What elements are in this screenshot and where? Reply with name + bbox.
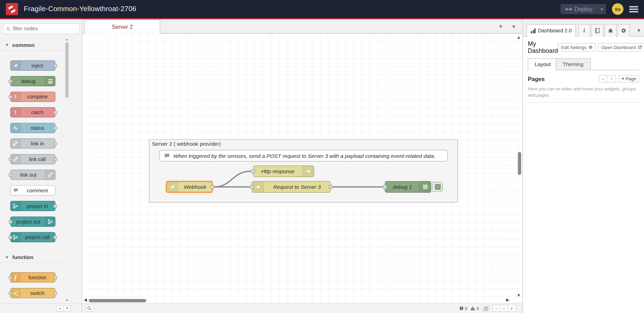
move-down-button[interactable]: ▼ [607, 75, 616, 82]
palette-search[interactable] [3, 23, 80, 34]
sidebar-tab-bar: Dashboard 2.0 i ▼ [523, 19, 644, 37]
zoom-out-button[interactable]: − [492, 305, 500, 312]
palette-node-function[interactable]: f function [10, 272, 56, 283]
palette-category-function[interactable]: ▼ function [0, 252, 65, 263]
palette-node-complete[interactable]: ! complete [10, 91, 56, 102]
search-flows-button[interactable] [86, 305, 93, 312]
gear-icon [621, 28, 626, 33]
tab-layout[interactable]: Layout [528, 58, 558, 70]
node-http-response[interactable]: Http response [253, 166, 314, 177]
scroll-left-icon[interactable]: ◀ [84, 298, 87, 302]
header: Fragile-Common-Yellowthroat-2706 Deploy … [0, 0, 644, 19]
collapse-categories-button[interactable]: ▲ [56, 305, 64, 312]
zoom-reset-button[interactable]: ○ [500, 305, 508, 312]
palette-category-common[interactable]: ▼ common [0, 40, 65, 51]
scroll-right-icon[interactable]: ▶ [506, 298, 509, 302]
dashboard-panel: My Dashboard Edit Settings Open Dashboar… [523, 37, 644, 313]
palette-node-debug[interactable]: debug [10, 76, 56, 87]
palette-node-link-call[interactable]: link call [10, 154, 56, 164]
link-icon [11, 139, 21, 148]
filter-nodes-input[interactable] [13, 26, 77, 32]
palette-node-comment[interactable]: comment [10, 185, 56, 196]
error-count[interactable]: 0 [459, 306, 467, 311]
output-port [54, 126, 57, 129]
input-port[interactable] [251, 169, 255, 174]
palette-scrollbar[interactable]: ▲ ▼ [65, 37, 69, 302]
palette-node-project-in[interactable]: project in [10, 201, 56, 211]
input-port[interactable] [250, 185, 254, 189]
palette-node-link-in[interactable]: link in [10, 138, 56, 149]
divider [528, 102, 639, 103]
input-port [9, 80, 13, 83]
flow-list-caret[interactable]: ▼ [508, 21, 519, 32]
vertical-scrollbar-thumb[interactable] [518, 152, 521, 175]
webhook-icon [167, 182, 178, 192]
horizontal-scrollbar-thumb[interactable] [89, 299, 146, 302]
flow-canvas[interactable]: Server 2 ( webhook provider) When trigge… [82, 34, 522, 303]
scroll-down-icon[interactable]: ▼ [65, 299, 69, 303]
inject-icon [11, 61, 21, 70]
tab-dashboard[interactable]: Dashboard 2.0 [526, 24, 576, 37]
main-menu-icon[interactable] [629, 6, 638, 12]
comment-node[interactable]: When triggered by the sensors, send a PO… [159, 150, 448, 161]
error-icon [459, 306, 464, 311]
scrollbar-thumb[interactable] [65, 42, 69, 98]
node-webhook[interactable]: Webhook [166, 181, 213, 193]
add-flow-button[interactable]: + [495, 21, 506, 32]
zoom-controls: − ○ + [492, 305, 516, 312]
bug-icon [608, 28, 613, 33]
add-page-button[interactable]: + Page [619, 75, 639, 82]
tab-debug[interactable] [605, 24, 617, 37]
palette-node-status[interactable]: status [10, 123, 56, 133]
pages-heading: Pages [528, 75, 599, 82]
sidebar-tabs-caret[interactable]: ▼ [637, 28, 641, 33]
palette-node-catch[interactable]: ! catch [10, 107, 56, 118]
palette-node-project-out[interactable]: project out [10, 216, 56, 227]
input-port [9, 158, 13, 161]
tab-theming[interactable]: Theming [556, 58, 590, 70]
deploy-button[interactable]: Deploy ▾ [560, 4, 606, 15]
input-port[interactable] [383, 185, 387, 189]
move-up-button[interactable]: ▲ [599, 75, 607, 82]
open-dashboard-button[interactable]: Open Dashboard [598, 43, 644, 51]
user-avatar[interactable]: su [612, 3, 623, 15]
palette-node-inject[interactable]: inject [10, 61, 56, 71]
tab-help[interactable] [591, 24, 603, 37]
deploy-options-caret[interactable]: ▾ [597, 4, 606, 14]
tab-config[interactable] [618, 24, 629, 37]
input-port [9, 235, 13, 239]
pages-hint-text: Here you can re-order and move your widg… [528, 86, 641, 98]
debug-list-icon [419, 182, 431, 192]
branch-icon [45, 217, 55, 226]
comment-bubble-icon [164, 153, 170, 159]
palette-node-link-out[interactable]: link out [10, 170, 56, 180]
node-debug-1[interactable]: debug 1 [385, 181, 431, 193]
search-icon [6, 26, 11, 31]
input-port [9, 220, 13, 223]
debug-enable-toggle[interactable] [433, 182, 443, 192]
flow-tab-bar: Server 2 + ▼ [82, 19, 522, 34]
palette-node-project-call[interactable]: project call [10, 232, 56, 242]
output-port[interactable] [210, 185, 215, 189]
output-port [54, 142, 57, 145]
output-port [54, 276, 57, 279]
scroll-up-icon[interactable]: ▲ [65, 37, 69, 41]
book-icon [595, 28, 600, 33]
deploy-label: Deploy [574, 6, 592, 13]
flow-tab-label: Server 2 [112, 24, 132, 30]
zoom-in-button[interactable]: + [508, 305, 516, 312]
warning-count[interactable]: 0 [470, 306, 479, 311]
scroll-up-icon[interactable]: ▲ [517, 35, 521, 40]
node-request-to-server-3[interactable]: Request to Server 3 [252, 181, 331, 193]
output-port[interactable] [329, 185, 333, 189]
http-request-icon [252, 182, 264, 192]
dashboard-title: My Dashboard [528, 40, 558, 54]
workspace-footer: 0 0 − ○ + [82, 303, 522, 313]
scroll-down-icon[interactable]: ▼ [517, 293, 521, 297]
edit-settings-button[interactable]: Edit Settings [558, 43, 596, 51]
navigator-toggle-button[interactable] [482, 305, 489, 312]
tab-info[interactable]: i [578, 24, 590, 37]
palette-node-switch[interactable]: switch [10, 288, 56, 298]
flow-tab-server-2[interactable]: Server 2 [84, 20, 160, 34]
expand-categories-button[interactable]: ▼ [64, 305, 71, 312]
